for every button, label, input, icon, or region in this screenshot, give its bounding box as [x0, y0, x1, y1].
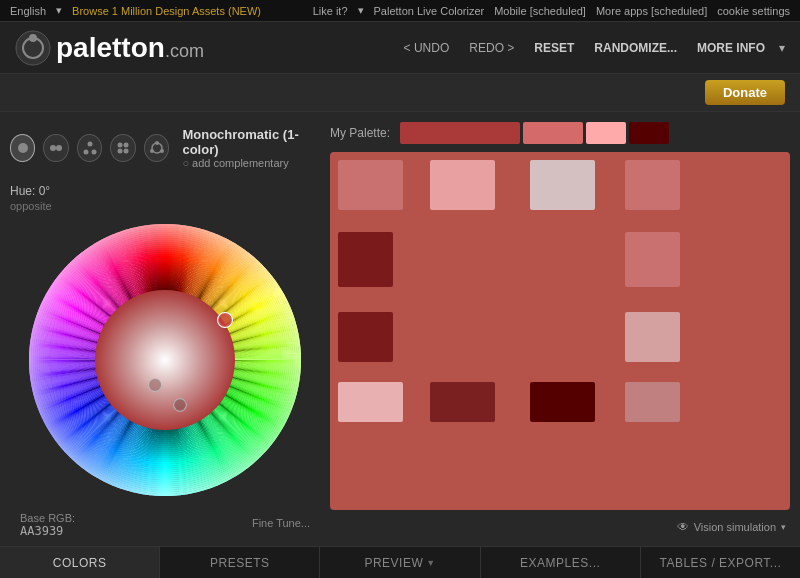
svg-point-10: [124, 143, 129, 148]
logo-wordmark: paletton.com: [56, 32, 204, 64]
logo: paletton.com: [15, 30, 204, 66]
color-swatch-9[interactable]: [430, 382, 495, 422]
palette-bar-4[interactable]: [629, 122, 669, 144]
nav-sep2: ▾: [358, 4, 364, 17]
logo-text: paletton: [56, 32, 165, 63]
tab-tables-export[interactable]: TABLES / EXPORT...: [641, 547, 800, 578]
browse-link[interactable]: Browse 1 Million Design Assets (NEW): [72, 5, 261, 17]
color-swatch-3[interactable]: [625, 160, 680, 210]
hue-value: Hue: 0°: [10, 182, 320, 200]
svg-point-12: [124, 149, 129, 154]
hue-opposite-label: opposite: [10, 200, 320, 212]
color-swatch-11[interactable]: [625, 382, 680, 422]
top-navigation: English ▾ Browse 1 Million Design Assets…: [0, 0, 800, 22]
cookie-settings-link[interactable]: cookie settings: [717, 5, 790, 17]
header-actions: < UNDO REDO > RESET RANDOMIZE... MORE IN…: [398, 38, 785, 58]
left-panel: Monochromatic (1-color) ○ add complement…: [10, 122, 320, 536]
language-selector[interactable]: English: [10, 5, 46, 17]
tab-examples[interactable]: EXAMPLES...: [481, 547, 641, 578]
color-swatch-1[interactable]: [430, 160, 495, 210]
color-swatch-2[interactable]: [530, 160, 595, 210]
fine-tune-button[interactable]: Fine Tune...: [252, 517, 310, 529]
color-preview-grid[interactable]: [330, 152, 790, 510]
nav-sep1: ▾: [56, 4, 62, 17]
rgb-value[interactable]: AA3939: [20, 524, 75, 538]
hue-info: Hue: 0° opposite: [10, 182, 320, 212]
svg-point-11: [118, 149, 123, 154]
more-info-arrow: ▾: [779, 41, 785, 55]
base-rgb-section: Base RGB: AA3939: [20, 508, 75, 538]
mode-custom[interactable]: [144, 134, 169, 162]
my-palette-row: My Palette:: [330, 122, 790, 144]
palette-bar-3[interactable]: [586, 122, 626, 144]
color-swatch-10[interactable]: [530, 382, 595, 422]
logo-domain: .com: [165, 41, 204, 61]
my-palette-label: My Palette:: [330, 126, 390, 140]
right-panel: My Palette: 👁 Vision simulation ▾: [330, 122, 790, 536]
svg-point-5: [56, 145, 62, 151]
main-content: Monochromatic (1-color) ○ add complement…: [0, 112, 800, 546]
svg-point-4: [50, 145, 56, 151]
mode-monochromatic[interactable]: [10, 134, 35, 162]
eye-icon: 👁: [677, 520, 689, 534]
svg-point-3: [18, 143, 28, 153]
vision-sim-arrow: ▾: [781, 522, 786, 532]
mobile-link[interactable]: Mobile [scheduled]: [494, 5, 586, 17]
svg-point-15: [160, 149, 164, 153]
rgb-section: Base RGB: AA3939 Fine Tune...: [10, 508, 320, 538]
more-info-button[interactable]: MORE INFO: [691, 38, 771, 58]
live-colorizer-link[interactable]: Paletton Live Colorizer: [374, 5, 485, 17]
svg-point-9: [118, 143, 123, 148]
color-swatch-7[interactable]: [625, 312, 680, 362]
add-complementary[interactable]: ○ add complementary: [182, 157, 320, 169]
svg-point-7: [83, 150, 88, 155]
vision-simulation[interactable]: 👁 Vision simulation ▾: [330, 518, 790, 536]
color-wheel-container[interactable]: [25, 220, 305, 500]
like-link[interactable]: Like it?: [313, 5, 348, 17]
color-mode-selector: Monochromatic (1-color) ○ add complement…: [10, 122, 320, 174]
color-swatch-8[interactable]: [338, 382, 403, 422]
mode-triad[interactable]: [77, 134, 102, 162]
svg-point-8: [91, 150, 96, 155]
bottom-tabs: COLORS PRESETS PREVIEW ▼ EXAMPLES... TAB…: [0, 546, 800, 578]
donate-button[interactable]: Donate: [705, 80, 785, 105]
color-swatch-6[interactable]: [338, 312, 393, 362]
reset-button[interactable]: RESET: [528, 38, 580, 58]
tab-preview[interactable]: PREVIEW ▼: [320, 547, 480, 578]
palette-bar-1[interactable]: [400, 122, 520, 144]
more-apps-link[interactable]: More apps [scheduled]: [596, 5, 707, 17]
vision-simulation-label: Vision simulation: [694, 521, 776, 533]
palette-bars: [400, 122, 790, 144]
svg-point-16: [150, 149, 154, 153]
color-wheel-canvas[interactable]: [25, 220, 305, 500]
header: paletton.com < UNDO REDO > RESET RANDOMI…: [0, 22, 800, 74]
mode-tetrad[interactable]: [110, 134, 135, 162]
color-swatch-4[interactable]: [338, 232, 393, 287]
mode-name-text: Monochromatic (1-color): [182, 127, 320, 157]
svg-point-14: [155, 141, 159, 145]
preview-arrow: ▼: [426, 558, 435, 568]
base-rgb-label: Base RGB:: [20, 512, 75, 524]
palette-bar-2[interactable]: [523, 122, 583, 144]
mode-adjacent[interactable]: [43, 134, 68, 162]
svg-point-6: [87, 142, 92, 147]
donate-area: Donate: [0, 74, 800, 112]
svg-point-2: [29, 34, 37, 42]
color-mode-label: Monochromatic (1-color) ○ add complement…: [182, 127, 320, 169]
redo-button[interactable]: REDO >: [463, 38, 520, 58]
randomize-button[interactable]: RANDOMIZE...: [588, 38, 683, 58]
logo-icon: [15, 30, 51, 66]
color-swatch-5[interactable]: [625, 232, 680, 287]
color-swatch-0[interactable]: [338, 160, 403, 210]
tab-presets[interactable]: PRESETS: [160, 547, 320, 578]
undo-button[interactable]: < UNDO: [398, 38, 456, 58]
tab-colors[interactable]: COLORS: [0, 547, 160, 578]
